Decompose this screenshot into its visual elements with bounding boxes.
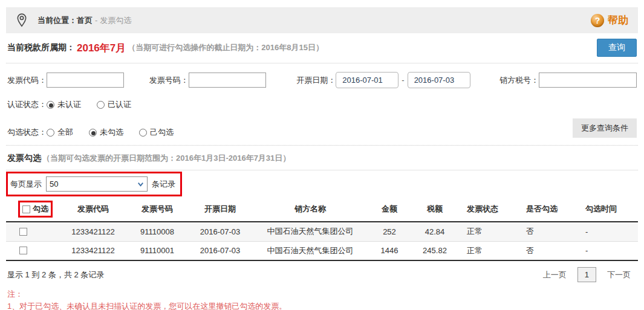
location-pin-icon bbox=[16, 13, 28, 28]
note-line-1: 1、对于已勾选、未确认且未扫描认证的发票，您可以在这里撤销已勾选的发票。 bbox=[7, 300, 637, 310]
chevron-down-icon bbox=[137, 180, 145, 188]
per-page-value: 50 bbox=[50, 179, 58, 189]
tax-period-bar: 当前税款所属期： 2016年7月 （当期可进行勾选操作的截止日期为：2016年8… bbox=[6, 33, 638, 63]
select-all-checkbox[interactable] bbox=[22, 205, 30, 213]
cell-invoice-date: 2016-07-03 bbox=[187, 222, 253, 241]
more-conditions-button[interactable]: 更多查询条件 bbox=[573, 118, 637, 138]
header-is-checked: 是否勾选 bbox=[518, 198, 577, 222]
per-page-select[interactable]: 50 bbox=[46, 176, 148, 192]
radio-icon[interactable] bbox=[47, 129, 54, 137]
breadcrumb-page: 发票勾选 bbox=[100, 15, 131, 26]
header-invoice-code: 发票代码 bbox=[59, 198, 127, 222]
check-option-label: 未勾选 bbox=[100, 127, 123, 138]
check-option-label: 全部 bbox=[57, 127, 73, 138]
seller-tax-label: 销方税号： bbox=[499, 75, 539, 86]
header-invoice-date: 开票日期 bbox=[187, 198, 253, 222]
help-button[interactable]: ? 帮助 bbox=[591, 13, 628, 27]
header-check: 勾选 bbox=[33, 204, 48, 215]
header-tax: 税额 bbox=[411, 198, 458, 222]
cell-seller-name: 中国石油天然气集团公司 bbox=[253, 241, 368, 260]
section-subtitle: （当期可勾选发票的开票日期范围为：2016年1月3日-2016年7月31日） bbox=[42, 153, 290, 164]
invoice-code-input[interactable] bbox=[47, 73, 124, 88]
check-option-checked[interactable]: 己勾选 bbox=[139, 127, 174, 138]
notes-block: 注： 1、对于已勾选、未确认且未扫描认证的发票，您可以在这里撤销已勾选的发票。 … bbox=[6, 287, 638, 310]
query-button[interactable]: 查询 bbox=[597, 39, 637, 57]
seller-tax-input[interactable] bbox=[539, 73, 637, 88]
header-seller-name: 销方名称 bbox=[253, 198, 368, 222]
auth-option-label: 未认证 bbox=[57, 99, 81, 110]
cell-invoice-code: 1233421122 bbox=[59, 241, 127, 260]
per-page-label: 每页显示 bbox=[10, 179, 42, 190]
invoice-code-label: 发票代码： bbox=[7, 75, 47, 86]
notes-title: 注： bbox=[7, 288, 637, 300]
help-icon: ? bbox=[591, 14, 604, 27]
check-option-label: 己勾选 bbox=[150, 127, 174, 138]
invoice-table-body: 1233421122911100082016-07-03中国石油天然气集团公司2… bbox=[6, 222, 638, 260]
per-page-highlight-box: 每页显示 50 条记录 bbox=[6, 172, 182, 196]
radio-icon[interactable] bbox=[89, 129, 97, 137]
invoice-number-input[interactable] bbox=[189, 73, 266, 88]
date-range-dash: - bbox=[402, 76, 404, 85]
breadcrumb-current: 当前位置：首页 bbox=[37, 15, 93, 26]
auth-option-unauthenticated[interactable]: 未认证 bbox=[47, 99, 81, 110]
cell-is-checked: 否 bbox=[518, 241, 577, 260]
cell-status: 正常 bbox=[458, 241, 518, 260]
cell-invoice-code: 1233421122 bbox=[59, 222, 127, 241]
pagination-bar: 显示 1 到 2 条，共 2 条记录 上一页 1 下一页 bbox=[6, 261, 638, 287]
cell-amount: 252 bbox=[368, 222, 411, 241]
header-status: 发票状态 bbox=[458, 198, 518, 222]
section-header: 发票勾选 （当期可勾选发票的开票日期范围为：2016年1月3日-2016年7月3… bbox=[6, 146, 638, 170]
tax-period-value: 2016年7月 bbox=[77, 41, 126, 55]
check-column-highlight-box: 勾选 bbox=[18, 201, 53, 218]
radio-icon[interactable] bbox=[47, 101, 54, 109]
invoice-number-label: 发票号码： bbox=[149, 75, 189, 86]
cell-check bbox=[6, 241, 59, 260]
cell-tax: 245.82 bbox=[411, 241, 458, 260]
radio-icon[interactable] bbox=[97, 101, 105, 109]
cell-is-checked: 否 bbox=[518, 222, 577, 241]
page-number-button[interactable]: 1 bbox=[577, 267, 596, 282]
cell-seller-name: 中国石油天然气集团公司 bbox=[253, 222, 368, 241]
next-page-link[interactable]: 下一页 bbox=[607, 270, 631, 280]
results-summary: 显示 1 到 2 条，共 2 条记录 bbox=[7, 270, 104, 280]
auth-status-label: 认证状态： bbox=[7, 99, 47, 110]
tax-period-deadline: （当期可进行勾选操作的截止日期为：2016年8月15日） bbox=[128, 42, 324, 53]
table-row: 1233421122911100012016-07-03中国石油天然气集团公司1… bbox=[6, 241, 638, 260]
check-status-row: 勾选状态： 全部 未勾选 己勾选 更多查询条件 bbox=[6, 118, 638, 146]
invoice-table: 勾选 发票代码 发票号码 开票日期 销方名称 金额 税额 发票状态 是否勾选 勾… bbox=[6, 198, 638, 261]
check-option-all[interactable]: 全部 bbox=[47, 127, 73, 138]
section-title: 发票勾选 bbox=[7, 153, 41, 164]
prev-page-link[interactable]: 上一页 bbox=[543, 270, 567, 280]
table-header-row: 勾选 发票代码 发票号码 开票日期 销方名称 金额 税额 发票状态 是否勾选 勾… bbox=[6, 198, 638, 222]
cell-tax: 42.84 bbox=[411, 222, 458, 241]
breadcrumb-bar: 当前位置：首页 - 发票勾选 ? 帮助 bbox=[6, 7, 638, 33]
date-to-input[interactable] bbox=[408, 72, 470, 88]
header-amount: 金额 bbox=[368, 198, 411, 222]
auth-status-row: 认证状态： 未认证 已认证 bbox=[6, 99, 638, 110]
cell-invoice-number: 91110008 bbox=[127, 222, 187, 241]
help-label: 帮助 bbox=[608, 13, 628, 27]
filter-inputs-row: 发票代码： 发票号码： 开票日期： - 销方税号： bbox=[6, 72, 638, 88]
check-status-label: 勾选状态： bbox=[7, 127, 47, 138]
row-checkbox[interactable] bbox=[19, 228, 27, 236]
radio-icon[interactable] bbox=[139, 129, 147, 137]
auth-option-authenticated[interactable]: 已认证 bbox=[97, 99, 131, 110]
check-option-unchecked[interactable]: 未勾选 bbox=[89, 127, 123, 138]
cell-invoice-date: 2016-07-03 bbox=[187, 241, 253, 260]
cell-check-time: - bbox=[577, 241, 638, 260]
cell-status: 正常 bbox=[458, 222, 518, 241]
row-checkbox[interactable] bbox=[19, 247, 27, 254]
per-page-suffix: 条记录 bbox=[152, 179, 175, 190]
cell-check-time: - bbox=[577, 222, 638, 241]
invoice-date-label: 开票日期： bbox=[296, 75, 336, 86]
table-row: 1233421122911100082016-07-03中国石油天然气集团公司2… bbox=[6, 222, 638, 241]
cell-invoice-number: 91110001 bbox=[127, 241, 187, 260]
breadcrumb-separator: - bbox=[95, 16, 97, 25]
page: 当前位置：首页 - 发票勾选 ? 帮助 当前税款所属期： 2016年7月 （当期… bbox=[0, 0, 644, 310]
date-from-input[interactable] bbox=[336, 72, 398, 88]
header-check-time: 勾选时间 bbox=[577, 198, 638, 222]
auth-option-label: 已认证 bbox=[108, 99, 131, 110]
tax-period-label: 当前税款所属期： bbox=[7, 42, 75, 53]
header-invoice-number: 发票号码 bbox=[127, 198, 187, 222]
cell-amount: 1446 bbox=[368, 241, 411, 260]
